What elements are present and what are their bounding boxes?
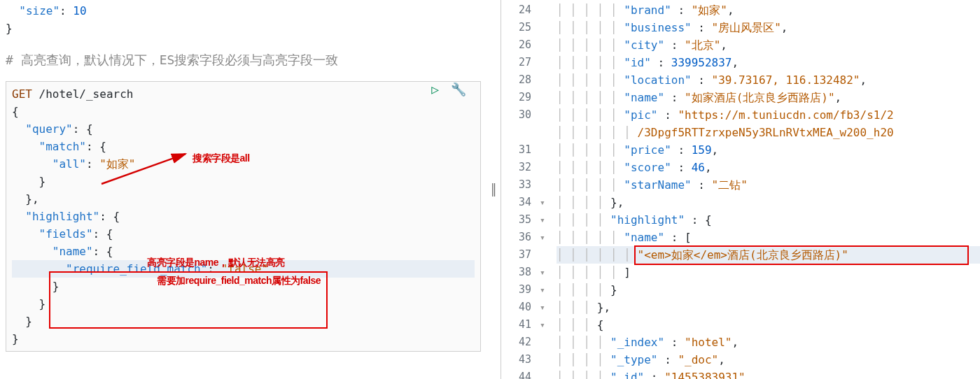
comment-line: # 高亮查询，默认情况下，ES搜索字段必须与高亮字段一致 (6, 52, 481, 69)
run-actions: ▷ 🔧 (427, 80, 466, 98)
annotation-highlight-field: 高亮字段是name，默认无法高亮 (147, 257, 285, 269)
run-icon[interactable]: ▷ (431, 82, 439, 96)
wrench-icon[interactable]: 🔧 (451, 82, 466, 96)
line-number-gutter: 2425262728293031323334353637383940414243… (501, 0, 540, 379)
request-editor-panel: "size": 10 } # 高亮查询，默认情况下，ES搜索字段必须与高亮字段一… (0, 0, 486, 379)
query-code-block[interactable]: ▷ 🔧 GET /hotel/_search { "query": { "mat… (6, 81, 481, 352)
annotation-require-prop: 需要加require_field_match属性为false (157, 275, 321, 287)
response-code[interactable]: │ │ │ │ │ "brand" : "如家",│ │ │ │ │ "busi… (556, 0, 980, 379)
http-method: GET (12, 87, 32, 101)
response-panel: 2425262728293031323334353637383940414243… (500, 0, 980, 379)
annotation-search-field: 搜索字段是all (192, 152, 250, 165)
prior-query-tail: "size": 10 } (6, 3, 481, 38)
request-path: /hotel/_search (39, 87, 134, 101)
fold-gutter: ▾▾▾▾▾▾▾ (540, 0, 556, 379)
panel-divider[interactable]: ║ (486, 0, 500, 379)
